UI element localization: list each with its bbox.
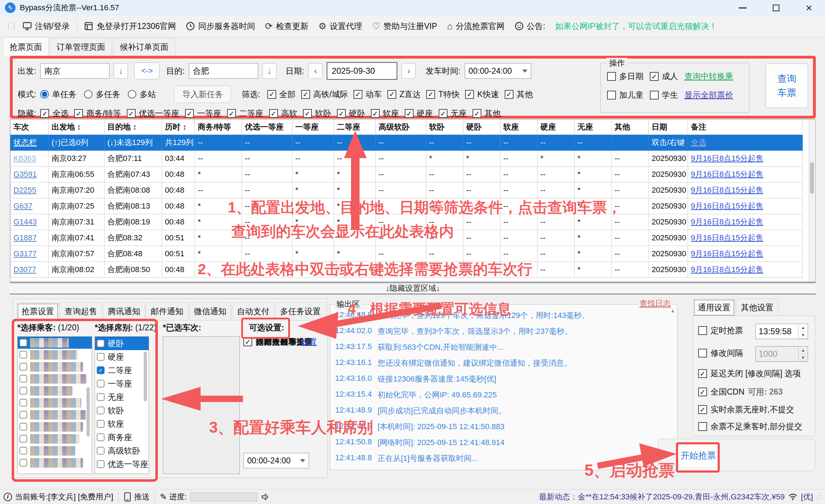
checkbox-icon[interactable] xyxy=(97,340,105,347)
hide-seat-checkbox[interactable]: 硬卧 xyxy=(337,108,365,119)
selected-trains-list[interactable] xyxy=(163,336,240,474)
train-row[interactable]: G3591 南京南06:55 合肥南07:43 00:48 * -- * * -… xyxy=(11,167,803,182)
sale-time-link[interactable]: 9月16日8点15分起售 xyxy=(691,233,763,242)
hide-seat-checkbox[interactable]: 无座 xyxy=(439,108,467,119)
tab-waitlist-order-page[interactable]: 候补订单页面 xyxy=(113,37,175,56)
train-number-link[interactable]: D2255 xyxy=(13,186,36,194)
mode-radio[interactable]: 单任务 xyxy=(40,89,76,100)
train-type-checkbox[interactable]: K快速 xyxy=(465,89,499,100)
hide-seat-checkbox[interactable]: 商务/特等 xyxy=(74,108,121,119)
passenger-row[interactable] xyxy=(18,385,92,397)
train-type-checkbox[interactable]: 动车 xyxy=(354,89,382,100)
column-header[interactable]: 硬卧 xyxy=(463,120,500,135)
checkbox-icon[interactable] xyxy=(19,411,27,419)
optional-setting-checkbox[interactable]: 抢增开列车 设置 xyxy=(243,336,317,347)
depart-time-select[interactable]: 00:00-24:00 xyxy=(465,63,531,79)
speaker-icon[interactable] xyxy=(261,493,269,501)
train-number-link[interactable]: K8363 xyxy=(13,154,36,163)
seat-class-row[interactable]: 优选一等座 xyxy=(95,457,149,471)
seat-class-row[interactable]: 软卧 xyxy=(95,404,149,417)
hide-seat-checkbox[interactable]: 高软 xyxy=(269,108,297,119)
checkbox-icon[interactable] xyxy=(97,353,105,361)
checkbox-icon[interactable] xyxy=(97,447,105,455)
seat-class-row[interactable]: 一等座 xyxy=(95,377,149,390)
sale-time-link[interactable]: 9月16日8点15分起售 xyxy=(691,202,763,210)
mode-radio[interactable]: 多任务 xyxy=(84,89,120,100)
checkbox-icon[interactable] xyxy=(19,435,27,443)
column-header[interactable]: 车次 xyxy=(11,120,49,135)
column-header[interactable]: 一等座 xyxy=(292,120,334,135)
timed-grab-checkbox[interactable]: 定时抢票 xyxy=(698,325,743,336)
sale-time-link[interactable]: 9月16日8点15分起售 xyxy=(691,249,763,258)
sale-time-link[interactable]: 9月16日8点15分起售 xyxy=(691,217,763,226)
passenger-row[interactable] xyxy=(18,373,92,385)
timed-grab-spinner[interactable]: 13:59:58 ▲▼ xyxy=(755,324,808,339)
checkbox-icon[interactable] xyxy=(97,433,105,441)
sale-time-link[interactable]: 9月16日8点15分起售 xyxy=(691,265,763,274)
column-header[interactable]: 无座 xyxy=(575,120,612,135)
sale-time-link[interactable]: 9月16日8点15分起售 xyxy=(691,186,763,194)
date-next-button[interactable]: › xyxy=(402,63,416,79)
seat-scrollbar[interactable] xyxy=(144,352,147,401)
settings-tab[interactable]: 邮件通知 xyxy=(146,302,188,320)
column-header[interactable]: 软卧 xyxy=(426,120,463,135)
tab-other-settings[interactable]: 其他设置 xyxy=(736,299,778,317)
import-task-button[interactable]: 导入新任务 xyxy=(174,85,231,103)
train-type-checkbox[interactable]: 其他 xyxy=(505,89,533,100)
hide-seat-checkbox[interactable]: 硬座 xyxy=(405,108,433,119)
train-row[interactable]: D2255 南京南07:20 合肥南08:08 00:48 -- -- * * … xyxy=(11,182,803,198)
passenger-list[interactable] xyxy=(17,336,92,474)
checkbox-icon[interactable] xyxy=(19,459,27,467)
depart-dropdown-button[interactable]: ↓ xyxy=(114,63,128,79)
sale-time-link[interactable]: 9月16日8点15分起售 xyxy=(691,170,763,179)
date-input[interactable]: 2025-09-30 xyxy=(327,62,397,80)
checkbox-icon[interactable] xyxy=(97,460,105,468)
logout-login-button[interactable]: 注销/登录 xyxy=(23,21,70,32)
settings-link[interactable]: 设置 xyxy=(301,337,317,347)
tab-order-manage-page[interactable]: 订单管理页面 xyxy=(50,37,112,56)
open-12306-button[interactable]: 免登录打开12306官网 xyxy=(84,21,176,32)
dest-dropdown-button[interactable]: ↓ xyxy=(262,63,277,79)
swap-stations-button[interactable]: <-> xyxy=(134,62,160,79)
seat-class-list[interactable]: 硬卧 硬座 二等座 一等座 无座 软卧 xyxy=(95,336,149,474)
date-prev-button[interactable]: ‹ xyxy=(308,63,322,79)
checkbox-icon[interactable] xyxy=(19,399,27,407)
train-number-link[interactable]: D3077 xyxy=(13,265,36,274)
checkbox-icon[interactable] xyxy=(19,447,27,455)
query-ticket-button[interactable]: 查询车票 xyxy=(766,64,808,108)
child-checkbox[interactable]: 加儿童 xyxy=(607,90,643,101)
sync-time-button[interactable]: 同步服务器时间 xyxy=(186,21,255,32)
grab-time-range-select[interactable]: 00:00-24:00 xyxy=(243,453,309,468)
column-header[interactable]: 备注 xyxy=(688,120,803,135)
train-number-link[interactable]: G1443 xyxy=(13,217,37,226)
column-header[interactable]: 商务/特等 xyxy=(195,120,242,135)
hide-seat-checkbox[interactable]: 软座 xyxy=(371,108,399,119)
column-header[interactable]: 历时 ↕ xyxy=(162,120,195,135)
checkbox-icon[interactable] xyxy=(97,380,105,388)
check-update-button[interactable]: ⟳ 检查更新 xyxy=(265,21,308,32)
hide-seat-checkbox[interactable]: 其他 xyxy=(473,108,501,119)
no-seat-checkbox[interactable]: 实时余票无座时,不提交 xyxy=(698,404,794,415)
official-site-button[interactable]: ⌂ 分流抢票官网 xyxy=(447,21,505,32)
checkbox-icon[interactable] xyxy=(19,363,27,371)
close-button[interactable]: × xyxy=(806,4,812,11)
train-number-link[interactable]: G3591 xyxy=(13,170,37,179)
checkbox-icon[interactable] xyxy=(97,420,105,428)
sponsor-vip-button[interactable]: ♡ 赞助与注册VIP xyxy=(372,21,437,32)
column-header[interactable]: 软座 xyxy=(500,120,538,135)
checkbox-icon[interactable] xyxy=(19,423,27,431)
cdn-checkbox[interactable]: 全国CDN 可用: 263 xyxy=(698,386,783,397)
seat-class-row[interactable]: 硬座 xyxy=(95,350,149,364)
column-header[interactable]: 目的地 ↕ xyxy=(105,120,162,135)
passenger-row[interactable] xyxy=(18,349,92,361)
seat-class-row[interactable]: 硬卧 xyxy=(95,337,149,350)
train-type-checkbox[interactable]: 高铁/城际 xyxy=(301,89,348,100)
maximize-button[interactable] xyxy=(773,5,779,11)
partial-submit-checkbox[interactable]: 余票不足乘客时,部分提交 xyxy=(698,421,802,432)
multi-date-checkbox[interactable]: 多日期 xyxy=(607,71,643,82)
mode-radio[interactable]: 多站 xyxy=(128,89,156,100)
column-header[interactable]: 其他 xyxy=(612,120,649,135)
delay-close-checkbox[interactable]: 延迟关闭 [修改间隔] 选项 xyxy=(698,368,801,379)
column-header[interactable]: 出发地 ↕ xyxy=(49,120,105,135)
checkbox-icon[interactable] xyxy=(19,375,27,383)
